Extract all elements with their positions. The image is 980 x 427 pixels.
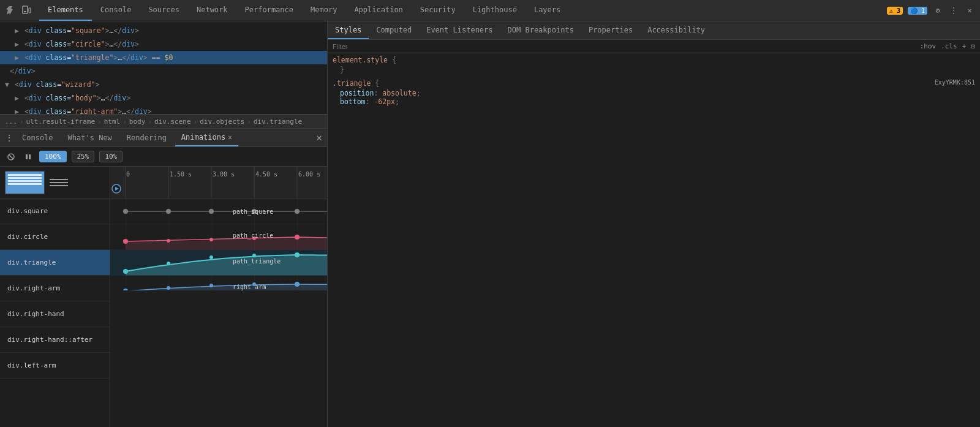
breadcrumb-more[interactable]: ... <box>5 118 17 126</box>
hover-pseudo-button[interactable]: :hov <box>920 42 937 50</box>
svg-text:right arm: right arm <box>233 284 266 290</box>
tab-memory[interactable]: Memory <box>302 0 345 21</box>
css-prop-bottom: bottom: -62px; <box>340 97 975 106</box>
style-tab-accessibility[interactable]: Accessibility <box>640 21 712 39</box>
expand-style-button[interactable]: ⊡ <box>971 42 975 50</box>
animation-preview[interactable] <box>5 171 45 194</box>
anim-label-left-arm[interactable]: div.left-arm <box>0 353 110 379</box>
dom-section: ▶ <div class="square">…</div> ▶ <div cla… <box>0 21 327 129</box>
style-source-link[interactable]: ExyYRMK:851 <box>935 79 975 86</box>
timeline-rows-svg: path_square <box>110 198 327 290</box>
add-style-button[interactable]: + <box>962 42 967 50</box>
anim-label-right-hand[interactable]: div.right-hand <box>0 301 110 327</box>
svg-text:1.50 s: 1.50 s <box>170 171 192 178</box>
triangle-style-body: position: absolute; bottom: -62px; <box>333 89 975 106</box>
main-layout: ▶ <div class="square">…</div> ▶ <div cla… <box>0 21 980 427</box>
bottom-tab-whatsnew[interactable]: What's New <box>62 129 118 146</box>
svg-point-104 <box>295 252 300 257</box>
style-tab-event-listeners[interactable]: Event Listeners <box>419 21 500 39</box>
dom-line-wizard[interactable]: ▼ <div class="wizard"> <box>0 78 327 91</box>
style-tab-computed[interactable]: Computed <box>369 21 419 39</box>
dom-line-close-div[interactable]: </div> <box>0 64 327 78</box>
tab-layers[interactable]: Layers <box>526 0 569 21</box>
breadcrumb-scene[interactable]: div.scene <box>154 118 191 126</box>
css-prop-position: position: absolute; <box>340 89 975 97</box>
element-style-selector: element.style { <box>333 56 975 64</box>
anim-label-square[interactable]: div.square <box>0 198 110 224</box>
dom-line-triangle[interactable]: ▶ <div class="triangle">…</div> == $0 <box>0 51 327 64</box>
breadcrumb-iframe[interactable]: ult.result-iframe <box>26 118 96 126</box>
anim-label-header <box>0 167 110 198</box>
tab-lighthouse[interactable]: Lighthouse <box>464 0 526 21</box>
dom-tree: ▶ <div class="square">…</div> ▶ <div cla… <box>0 21 327 115</box>
svg-point-101 <box>167 262 170 265</box>
svg-text:6.00 s: 6.00 s <box>298 171 320 178</box>
tab-network[interactable]: Network <box>188 0 236 21</box>
svg-point-100 <box>123 269 128 274</box>
tab-console[interactable]: Console <box>92 0 140 21</box>
svg-point-55 <box>209 209 214 214</box>
right-panel: Styles Computed Event Listeners DOM Brea… <box>328 21 980 427</box>
breadcrumb-triangle[interactable]: div.triangle <box>254 118 302 126</box>
panel-close-button[interactable]: ✕ <box>316 132 322 143</box>
svg-text:3.00 s: 3.00 s <box>213 171 235 178</box>
svg-point-79 <box>209 238 213 241</box>
cls-button[interactable]: .cls <box>941 42 957 50</box>
speed-100-button[interactable]: 100% <box>39 151 67 162</box>
anim-timeline[interactable]: 0 1.50 s 3.00 s 4.50 s 6.00 s 7.50 s <box>110 167 327 427</box>
dom-line-circle[interactable]: ▶ <div class="circle">…</div> <box>0 37 327 51</box>
bottom-tab-console[interactable]: Console <box>16 129 59 146</box>
svg-text:path_triangle: path_triangle <box>233 258 281 265</box>
tab-close-icon[interactable]: ✕ <box>228 133 232 142</box>
anim-label-right-hand-after[interactable]: div.right-hand::after <box>0 327 110 353</box>
svg-point-125 <box>209 284 213 287</box>
tab-sources[interactable]: Sources <box>140 0 188 21</box>
breadcrumb-objects[interactable]: div.objects <box>200 118 244 126</box>
settings-icon[interactable]: ⚙ <box>932 5 943 16</box>
tab-application[interactable]: Application <box>345 0 411 21</box>
dom-line-body[interactable]: ▶ <div class="body">…</div> <box>0 91 327 105</box>
breadcrumb-body[interactable]: body <box>129 118 146 126</box>
style-tab-properties[interactable]: Properties <box>581 21 640 39</box>
anim-labels: div.square div.circle div.triangle div.r… <box>0 167 110 427</box>
preview-icon[interactable] <box>50 176 68 189</box>
close-devtools-icon[interactable]: ✕ <box>964 5 975 16</box>
anim-label-circle[interactable]: div.circle <box>0 224 110 250</box>
style-tab-dom-breakpoints[interactable]: DOM Breakpoints <box>500 21 581 39</box>
styles-filter-input[interactable] <box>333 43 455 50</box>
inspect-icon[interactable] <box>5 5 16 16</box>
info-badge: 🔵 1 <box>908 7 927 15</box>
top-toolbar: Elements Console Sources Network Perform… <box>0 0 980 21</box>
dom-line-right-arm[interactable]: ▶ <div class="right-arm">…</div> <box>0 105 327 115</box>
stop-button[interactable] <box>5 151 17 163</box>
bottom-tab-bar: ⋮ Console What's New Rendering Animation… <box>0 129 327 147</box>
anim-label-triangle[interactable]: div.triangle <box>0 250 110 276</box>
pause-button[interactable] <box>22 151 34 163</box>
bottom-tab-animations[interactable]: Animations ✕ <box>175 129 238 146</box>
more-icon[interactable]: ⋮ <box>948 5 959 16</box>
warning-badge: ⚠ 3 <box>887 7 903 15</box>
svg-point-78 <box>167 239 170 243</box>
svg-line-4 <box>9 155 13 159</box>
speed-25-button[interactable]: 25% <box>72 151 95 162</box>
bottom-more-icon[interactable]: ⋮ <box>5 133 13 143</box>
dom-line-square[interactable]: ▶ <div class="square">…</div> <box>0 24 327 37</box>
tab-security[interactable]: Security <box>412 0 464 21</box>
tab-elements[interactable]: Elements <box>39 0 92 21</box>
svg-point-102 <box>209 255 213 259</box>
left-area: ▶ <div class="square">…</div> ▶ <div cla… <box>0 21 328 427</box>
svg-rect-6 <box>29 154 31 159</box>
svg-point-57 <box>295 209 300 214</box>
svg-text:path_square: path_square <box>233 208 273 216</box>
styles-content: element.style { } .triangle { ExyYRMK:85… <box>328 53 980 427</box>
tab-performance[interactable]: Performance <box>236 0 302 21</box>
toolbar-right: ⚠ 3 🔵 1 ⚙ ⋮ ✕ <box>887 5 975 16</box>
speed-10-button[interactable]: 10% <box>99 151 123 162</box>
bottom-tab-rendering[interactable]: Rendering <box>121 129 173 146</box>
breadcrumb-html[interactable]: html <box>104 118 121 126</box>
svg-point-124 <box>167 286 170 290</box>
anim-label-right-arm[interactable]: div.right-arm <box>0 276 110 301</box>
device-icon[interactable] <box>21 5 32 16</box>
style-tab-styles[interactable]: Styles <box>328 21 369 39</box>
top-tabs: Elements Console Sources Network Perform… <box>39 0 569 21</box>
